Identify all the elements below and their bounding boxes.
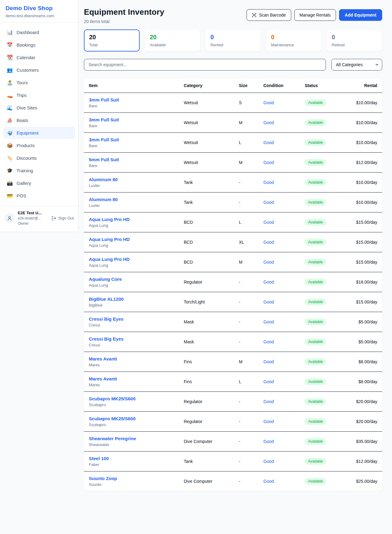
item-condition-link[interactable]: Good xyxy=(263,479,274,484)
item-condition-link[interactable]: Good xyxy=(263,399,274,404)
sidebar-item-pos[interactable]: 💳POS xyxy=(3,190,75,202)
item-name-link[interactable]: Aqualung Core xyxy=(89,277,174,282)
item-condition-link[interactable]: Good xyxy=(263,439,274,444)
item-condition-link[interactable]: Good xyxy=(263,379,274,384)
sidebar-item-gallery[interactable]: 📸Gallery xyxy=(3,177,75,189)
item-condition-link[interactable]: Good xyxy=(263,459,274,464)
item-name-link[interactable]: Shearwater Peregrine xyxy=(89,436,174,441)
stat-card-available[interactable]: 20Available xyxy=(145,29,200,51)
status-badge: Available xyxy=(305,139,326,146)
sidebar-item-boats[interactable]: ⛵Boats xyxy=(3,114,75,126)
item-condition-link[interactable]: Good xyxy=(263,140,274,145)
main-content: Equipment Inventory 20 items total Scan … xyxy=(78,0,392,491)
status-badge: Available xyxy=(305,418,326,425)
item-brand: Aqua Lung xyxy=(89,243,174,248)
item-size: M xyxy=(234,113,258,133)
brand-block: Demo Dive Shop demo.test.divestreams.com xyxy=(0,0,78,22)
user-email: e2e-tester@... xyxy=(18,216,48,220)
item-condition-link[interactable]: Good xyxy=(263,339,274,344)
item-name-link[interactable]: Cressi Big Eyes xyxy=(89,316,174,322)
sidebar-item-bookings[interactable]: 📅Bookings xyxy=(3,39,75,51)
item-condition-link[interactable]: Good xyxy=(263,419,274,424)
sign-out-button[interactable]: Sign Out xyxy=(51,216,74,221)
item-name-link[interactable]: BigBlue AL1200 xyxy=(89,296,174,302)
item-name-link[interactable]: 3mm Full Suit xyxy=(89,117,174,122)
sidebar-item-tours[interactable]: 🏝️Tours xyxy=(3,77,75,89)
stat-card-rented[interactable]: 0Rented xyxy=(205,29,261,51)
item-rental-price: $12.00/day xyxy=(346,153,382,173)
stat-card-retired[interactable]: 0Retired xyxy=(326,29,382,51)
item-name-link[interactable]: Aluminum 80 xyxy=(89,177,174,182)
item-condition-link[interactable]: Good xyxy=(263,160,274,165)
sidebar-item-training[interactable]: 🎓Training xyxy=(3,165,75,177)
item-condition-link[interactable]: Good xyxy=(263,359,274,364)
item-name-link[interactable]: Aqua Lung Pro HD xyxy=(89,217,174,222)
sidebar-item-customers[interactable]: 👥Customers xyxy=(3,64,75,76)
sidebar-item-label: Trips xyxy=(17,93,27,98)
sidebar-item-trips[interactable]: 🚤Trips xyxy=(3,89,75,101)
title-block: Equipment Inventory 20 items total xyxy=(84,7,164,24)
item-name-link[interactable]: Aqua Lung Pro HD xyxy=(89,237,174,242)
category-select[interactable]: All Categories xyxy=(331,59,382,71)
sidebar-item-discounts[interactable]: 🏷️Discounts xyxy=(3,152,75,164)
item-condition-link[interactable]: Good xyxy=(263,220,274,225)
status-badge: Available xyxy=(305,239,326,246)
sidebar-item-label: Dive Sites xyxy=(17,105,37,110)
speedboat-icon: 🚤 xyxy=(7,92,13,98)
item-condition-link[interactable]: Good xyxy=(263,100,274,105)
sidebar-item-equipment[interactable]: 🤿Equipment xyxy=(3,127,75,139)
item-size: - xyxy=(234,471,258,491)
sailboat-icon: ⛵ xyxy=(7,117,13,123)
add-equipment-button[interactable]: Add Equipment xyxy=(339,9,382,21)
sidebar: Demo Dive Shop demo.test.divestreams.com… xyxy=(0,0,78,232)
item-name-link[interactable]: 5mm Full Suit xyxy=(89,157,174,162)
item-category: Tank xyxy=(179,173,234,193)
item-name-link[interactable]: Aluminum 80 xyxy=(89,197,174,202)
sidebar-item-products[interactable]: 📦Products xyxy=(3,139,75,151)
sidebar-item-label: Products xyxy=(17,143,35,148)
sidebar-item-calendar[interactable]: 📆Calendar xyxy=(3,51,75,63)
item-name-link[interactable]: 3mm Full Suit xyxy=(89,137,174,142)
item-category: Regulator xyxy=(179,392,234,412)
item-condition-link[interactable]: Good xyxy=(263,319,274,324)
sidebar-item-dive-sites[interactable]: 🌊Dive Sites xyxy=(3,102,75,114)
stat-card-maintenance[interactable]: 0Maintenance xyxy=(266,29,322,51)
item-size: - xyxy=(234,412,258,432)
item-category: Wetsuit xyxy=(179,113,234,133)
manage-rentals-button[interactable]: Manage Rentals xyxy=(294,9,336,21)
sidebar-item-dashboard[interactable]: 📊Dashboard xyxy=(3,26,75,38)
item-name-link[interactable]: Mares Avanti xyxy=(89,356,174,361)
stat-label: Total xyxy=(89,43,134,47)
scan-barcode-button[interactable]: Scan Barcode xyxy=(247,9,291,21)
search-input[interactable] xyxy=(84,59,326,71)
item-name-link[interactable]: Suunto Zoop xyxy=(89,476,174,481)
item-condition-link[interactable]: Good xyxy=(263,299,274,304)
item-name-link[interactable]: Cressi Big Eyes xyxy=(89,336,174,341)
item-condition-link[interactable]: Good xyxy=(263,200,274,205)
item-condition-link[interactable]: Good xyxy=(263,260,274,265)
item-brand: Suunto xyxy=(89,482,174,487)
table-row: Aqualung CoreAqua LungRegulator-GoodAvai… xyxy=(84,272,382,292)
item-name-link[interactable]: Steel 100 xyxy=(89,456,174,461)
item-category: Fins xyxy=(179,372,234,392)
status-badge: Available xyxy=(305,179,326,186)
item-condition-link[interactable]: Good xyxy=(263,240,274,245)
item-size: L xyxy=(234,212,258,232)
item-category: Tank xyxy=(179,193,234,212)
item-name-link[interactable]: Mares Avanti xyxy=(89,376,174,381)
column-header-status: Status xyxy=(300,78,346,93)
stat-card-total[interactable]: 20Total xyxy=(84,29,140,51)
item-size: M xyxy=(234,252,258,272)
item-category: Wetsuit xyxy=(179,93,234,113)
item-name-link[interactable]: Scubapro MK25/S600 xyxy=(89,396,174,401)
item-condition-link[interactable]: Good xyxy=(263,280,274,284)
item-brand: Bare xyxy=(89,124,174,128)
item-name-link[interactable]: 3mm Full Suit xyxy=(89,97,174,102)
item-condition-link[interactable]: Good xyxy=(263,180,274,185)
item-brand: Faber xyxy=(89,462,174,467)
item-name-link[interactable]: Scubapro MK25/S600 xyxy=(89,416,174,421)
user-area: E2E Test U... e2e-tester@... Owner Sign … xyxy=(0,206,78,227)
item-condition-link[interactable]: Good xyxy=(263,120,274,125)
wave-icon: 🌊 xyxy=(7,105,13,111)
item-name-link[interactable]: Aqua Lung Pro HD xyxy=(89,257,174,262)
